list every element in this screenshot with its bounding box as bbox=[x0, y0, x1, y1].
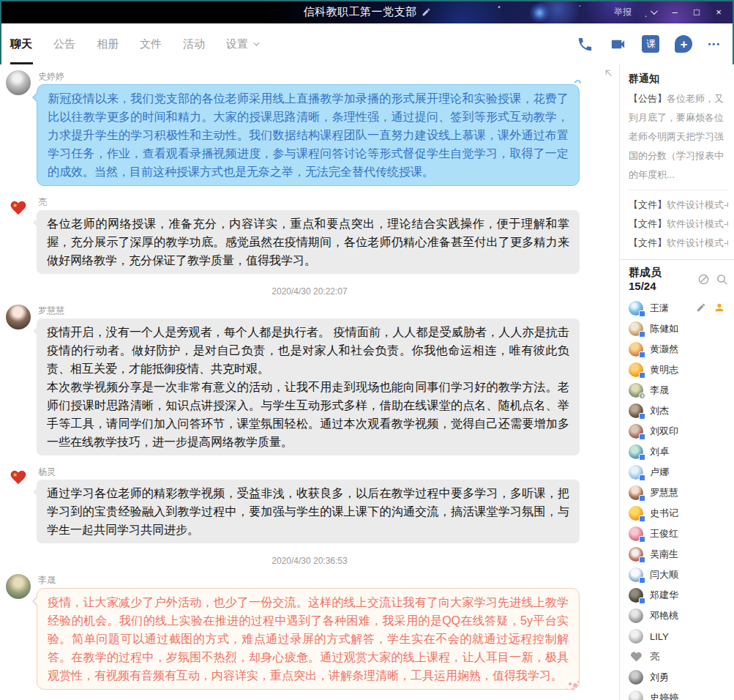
file-notice-item[interactable]: 【文件】软件设计模式-0... bbox=[629, 234, 728, 253]
member-avatar bbox=[629, 321, 643, 336]
avatar[interactable] bbox=[6, 574, 31, 599]
member-name: 邓艳桃 bbox=[650, 609, 728, 622]
group-sidebar: 群通知 【公告】各位老师，又到月底了，要麻烦各位老师今明两天把学习强国的分数（学… bbox=[619, 64, 734, 700]
member-avatar bbox=[629, 362, 643, 377]
divider bbox=[620, 259, 734, 260]
timestamp: 2020/4/30 20:36:53 bbox=[6, 554, 613, 568]
tab-activities[interactable]: 活动 bbox=[183, 23, 205, 64]
online-mobile-badge bbox=[639, 536, 645, 543]
online-mobile-badge bbox=[639, 597, 645, 604]
member-name: 刘双印 bbox=[650, 425, 728, 438]
member-row[interactable]: 郑建华 bbox=[629, 585, 728, 606]
member-profile-icon[interactable] bbox=[714, 302, 725, 316]
member-row[interactable]: 闫大顺 bbox=[629, 565, 728, 585]
qq-group-chat-window: 信科教职工第一党支部 举报 – □ × 聊天 公告 相册 文件 活动 设置 课 … bbox=[0, 0, 734, 700]
tab-albums[interactable]: 相册 bbox=[97, 23, 119, 64]
more-icon[interactable]: ••• bbox=[708, 40, 721, 48]
tab-settings[interactable]: 设置 bbox=[226, 23, 258, 64]
member-row[interactable]: 刘杰 bbox=[629, 401, 728, 421]
chat-panel: 史婷婷 新冠疫情以来，我们党支部的各位老师采用线上直播教学加录播的形式展开理论和… bbox=[0, 64, 619, 700]
message-bubble: 各位老师的网络授课，准备充分，内容详实，重点和要点突出，理论结合实践操作，便于理… bbox=[37, 210, 580, 274]
online-mobile-badge bbox=[639, 351, 645, 358]
member-row[interactable]: 史书记 bbox=[629, 503, 728, 524]
member-row[interactable]: 刘双印 bbox=[629, 421, 728, 442]
member-row[interactable]: 李晟 bbox=[629, 380, 728, 401]
close-button[interactable]: × bbox=[708, 0, 730, 23]
member-name: 闫大顺 bbox=[650, 568, 728, 581]
member-row[interactable]: 刘卓 bbox=[629, 442, 728, 462]
chat-message: 罗慧慧 疫情开启，没有一个人是旁观者，每个人都是执行者。 疫情面前，人人都是受威… bbox=[6, 305, 619, 455]
announcement-item[interactable]: 【公告】各位老师，又到月底了，要麻烦各位老师今明两天把学习强国的分数（学习报表中… bbox=[629, 89, 728, 185]
avatar[interactable] bbox=[6, 305, 31, 329]
avatar[interactable]: ★ bbox=[6, 196, 31, 221]
edit-card-icon[interactable] bbox=[696, 302, 706, 315]
away-clock-badge bbox=[639, 392, 645, 399]
member-name: 卢娜 bbox=[650, 466, 728, 479]
member-row[interactable]: 陈健如 bbox=[629, 319, 728, 339]
divider bbox=[629, 190, 728, 190]
member-row[interactable]: 刘勇 bbox=[629, 667, 728, 688]
message-bubble: 通过学习各位老师的精彩教学视频，受益非浅，收获良多，以后在教学过程中要多学习，多… bbox=[37, 480, 580, 543]
online-mobile-badge bbox=[639, 310, 645, 317]
member-name: 刘卓 bbox=[650, 445, 728, 458]
member-row[interactable]: 邓艳桃 bbox=[629, 606, 728, 626]
member-row[interactable]: 黄明志 bbox=[629, 360, 728, 380]
member-avatar bbox=[629, 342, 643, 357]
online-mobile-badge bbox=[639, 577, 645, 584]
member-name: 史书记 bbox=[650, 507, 728, 520]
tab-chat[interactable]: 聊天 bbox=[10, 23, 32, 64]
anonymous-icon[interactable] bbox=[697, 273, 710, 286]
video-call-icon[interactable] bbox=[609, 35, 626, 53]
report-button[interactable]: 举报 bbox=[614, 6, 632, 18]
member-avatar bbox=[629, 526, 643, 541]
member-avatar bbox=[629, 383, 643, 398]
maximize-button[interactable]: □ bbox=[686, 0, 708, 23]
member-row[interactable]: 王俊红 bbox=[629, 524, 728, 544]
title-bar: 信科教职工第一党支部 举报 – □ × bbox=[0, 0, 734, 23]
member-name: 黄明志 bbox=[650, 363, 728, 376]
member-avatar bbox=[629, 301, 643, 316]
member-name: 李晟 bbox=[650, 384, 728, 397]
member-row[interactable]: 王潇 bbox=[629, 298, 728, 319]
avatar[interactable]: ★ bbox=[6, 466, 31, 491]
file-notice-item[interactable]: 【文件】软件设计模式-0... bbox=[629, 215, 728, 234]
chat-message: 李晟 疫情，让大家减少了户外活动，也少了一份交流。这样的线上交流让我有了向大家学… bbox=[6, 574, 619, 690]
file-notice-item[interactable]: 【文件】软件设计模式-0... bbox=[629, 196, 728, 215]
online-mobile-badge bbox=[639, 413, 645, 420]
group-notice-title: 群通知 bbox=[629, 70, 728, 86]
member-avatar bbox=[629, 588, 643, 603]
collapse-sidebar-icon[interactable] bbox=[604, 67, 613, 81]
search-member-icon[interactable] bbox=[716, 273, 728, 286]
minimize-button[interactable]: – bbox=[664, 0, 686, 23]
add-icon[interactable]: + bbox=[675, 35, 692, 53]
member-name: 史婷婷 bbox=[650, 691, 728, 700]
member-avatar bbox=[629, 629, 643, 644]
member-name: 黄灏然 bbox=[650, 343, 728, 356]
member-row[interactable]: 罗慧慧 bbox=[629, 483, 728, 503]
member-row[interactable]: 吴南生 bbox=[629, 544, 728, 565]
avatar[interactable] bbox=[6, 70, 31, 95]
titlebar-dropdown-icon[interactable] bbox=[642, 0, 664, 23]
member-row[interactable]: 黄灏然 bbox=[629, 339, 728, 360]
tab-announcements[interactable]: 公告 bbox=[53, 23, 75, 64]
group-title: 信科教职工第一党支部 bbox=[304, 5, 417, 19]
member-row[interactable]: 亮 bbox=[629, 647, 728, 667]
heart-flag-icon: ★ bbox=[10, 201, 26, 216]
voice-call-icon[interactable] bbox=[576, 35, 593, 53]
tab-files[interactable]: 文件 bbox=[140, 23, 162, 64]
online-mobile-badge bbox=[639, 556, 645, 563]
member-row[interactable]: LILY bbox=[629, 626, 728, 647]
online-mobile-badge bbox=[639, 495, 645, 502]
member-name: 罗慧慧 bbox=[650, 486, 728, 499]
online-mobile-badge bbox=[639, 515, 645, 522]
heart-icon bbox=[631, 652, 642, 662]
member-name: 刘勇 bbox=[650, 671, 728, 684]
chevron-down-icon bbox=[253, 40, 259, 45]
course-icon[interactable]: 课 bbox=[642, 35, 659, 53]
member-name: 亮 bbox=[650, 650, 728, 663]
member-row[interactable]: 卢娜 bbox=[629, 462, 728, 483]
member-name: 王俊红 bbox=[650, 527, 728, 540]
edit-title-icon[interactable] bbox=[422, 7, 431, 17]
chat-message: ★ 杨灵 通过学习各位老师的精彩教学视频，受益非浅，收获良多，以后在教学过程中要… bbox=[6, 466, 619, 543]
member-row[interactable]: 史婷婷 bbox=[629, 688, 728, 700]
